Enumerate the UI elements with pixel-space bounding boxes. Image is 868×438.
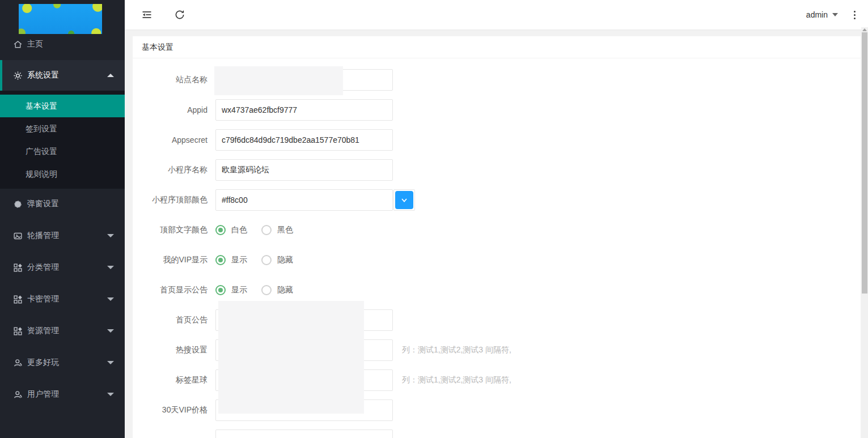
- radio-circle: [215, 255, 226, 265]
- vip-price-label: 30天VIP价格: [133, 405, 215, 415]
- sidebar-item-label: 分类管理: [27, 262, 59, 273]
- hot-search-hint: 列：测试1,测试2,测试3 间隔符,: [402, 345, 511, 355]
- mini-name-label: 小程序名称: [133, 165, 215, 175]
- sidebar: 主页 系统设置 基本设置 签到设置 广告设置 规则说明 弹窗设置: [0, 0, 125, 438]
- topbar: admin: [125, 0, 868, 29]
- notice-show-label: 首页显示公告: [133, 285, 215, 295]
- radio-vip-hide[interactable]: 隐藏: [261, 255, 293, 265]
- chevron-down-icon: [400, 195, 409, 205]
- sidebar-item-label: 资源管理: [27, 326, 59, 336]
- admin-menu[interactable]: admin: [806, 10, 838, 19]
- sidebar-item-more-fun[interactable]: 更多好玩: [0, 347, 125, 379]
- color-picker-button[interactable]: [393, 189, 415, 211]
- gear-icon: [13, 71, 23, 80]
- sidebar-item-popup-settings[interactable]: 弹窗设置: [0, 188, 125, 220]
- radio-vip-show[interactable]: 显示: [215, 255, 247, 265]
- person-icon: [13, 358, 23, 368]
- chevron-down-icon: [107, 361, 114, 364]
- scroll-up-arrow-icon[interactable]: [862, 28, 867, 31]
- hot-search-label: 热搜设置: [133, 345, 215, 355]
- sidebar-item-carousel[interactable]: 轮播管理: [0, 220, 125, 252]
- home-icon: [13, 40, 23, 49]
- top-text-color-label: 顶部文字颜色: [133, 225, 215, 235]
- collapse-sidebar-icon[interactable]: [141, 9, 153, 20]
- radio-circle: [215, 225, 226, 235]
- censored-region: [214, 66, 343, 95]
- chevron-down-icon: [832, 13, 838, 16]
- page-scrollbar[interactable]: [861, 27, 868, 438]
- submenu-item-ad-settings[interactable]: 广告设置: [0, 140, 125, 163]
- sidebar-item-resources[interactable]: 资源管理: [0, 315, 125, 347]
- chevron-down-icon: [107, 297, 114, 301]
- sidebar-item-label: 弹窗设置: [27, 199, 59, 209]
- topbar-right: admin: [806, 0, 868, 29]
- grid-icon: [13, 295, 23, 304]
- censored-region: [218, 301, 364, 414]
- radio-circle: [261, 285, 272, 295]
- form-row: 小程序顶部颜色: [133, 189, 861, 211]
- sidebar-item-home[interactable]: 主页: [0, 33, 125, 56]
- radio-notice-hide[interactable]: 隐藏: [261, 285, 293, 295]
- grid-icon: [13, 326, 23, 336]
- radio-label: 白色: [231, 225, 247, 235]
- radio-notice-show[interactable]: 显示: [215, 285, 247, 295]
- mini-name-input[interactable]: [215, 159, 393, 181]
- refresh-icon[interactable]: [174, 9, 185, 20]
- radio-label: 显示: [231, 285, 247, 295]
- submenu-item-signin-settings[interactable]: 签到设置: [0, 117, 125, 140]
- logo-area: [0, 0, 125, 35]
- sidebar-item-label: 用户管理: [27, 389, 59, 399]
- sidebar-item-label: 系统设置: [27, 70, 59, 80]
- person-icon: [13, 390, 23, 399]
- grid-icon: [13, 263, 23, 273]
- color-swatch: [395, 191, 413, 209]
- sidebar-item-label: 卡密管理: [27, 294, 59, 304]
- form-row: [133, 430, 861, 438]
- radio-circle: [215, 285, 226, 295]
- vip-show-label: 我的VIP显示: [133, 255, 215, 265]
- radio-circle: [261, 255, 272, 265]
- admin-username: admin: [806, 10, 828, 19]
- sidebar-item-label: 轮播管理: [27, 231, 59, 241]
- appsecret-input[interactable]: [215, 129, 393, 151]
- form-row: 首页显示公告 显示 隐藏: [133, 279, 861, 301]
- radio-label: 黑色: [277, 225, 293, 235]
- scrollbar-thumb[interactable]: [862, 32, 867, 294]
- more-options-icon[interactable]: [854, 11, 856, 19]
- chevron-down-icon: [107, 329, 114, 333]
- radio-top-text-white[interactable]: 白色: [215, 225, 247, 235]
- form-row: Appid: [133, 99, 861, 121]
- chevron-down-icon: [107, 234, 114, 237]
- radio-label: 隐藏: [277, 285, 293, 295]
- site-name-label: 站点名称: [133, 75, 215, 85]
- sidebar-item-label: 主页: [27, 39, 43, 49]
- top-color-input[interactable]: [215, 189, 393, 211]
- tag-planet-hint: 列：测试1,测试2,测试3 间隔符,: [402, 375, 511, 385]
- top-color-label: 小程序顶部颜色: [133, 195, 215, 205]
- sidebar-item-category[interactable]: 分类管理: [0, 252, 125, 283]
- submenu-item-rules[interactable]: 规则说明: [0, 163, 125, 185]
- sidebar-item-card-keys[interactable]: 卡密管理: [0, 283, 125, 315]
- app-logo: [19, 4, 102, 34]
- system-settings-submenu: 基本设置 签到设置 广告设置 规则说明: [0, 91, 125, 189]
- sidebar-item-system-settings[interactable]: 系统设置: [0, 60, 125, 91]
- sidebar-item-label: 更多好玩: [27, 358, 59, 368]
- card-title: 基本设置: [133, 36, 861, 58]
- appid-input[interactable]: [215, 99, 393, 121]
- appsecret-label: Appsecret: [133, 135, 215, 144]
- submenu-item-basic-settings[interactable]: 基本设置: [0, 95, 125, 117]
- radio-top-text-black[interactable]: 黑色: [261, 225, 293, 235]
- form-row: 小程序名称: [133, 159, 861, 181]
- circle-icon: [13, 199, 23, 209]
- radio-label: 显示: [231, 255, 247, 265]
- next-field-input[interactable]: [215, 430, 393, 438]
- sidebar-item-user-management[interactable]: 用户管理: [0, 379, 125, 410]
- form-row: 我的VIP显示 显示 隐藏: [133, 249, 861, 271]
- radio-circle: [261, 225, 272, 235]
- chevron-up-icon: [107, 74, 114, 77]
- carousel-icon: [13, 231, 23, 241]
- radio-label: 隐藏: [277, 255, 293, 265]
- chevron-down-icon: [107, 266, 114, 269]
- appid-label: Appid: [133, 105, 215, 114]
- form-row: Appsecret: [133, 129, 861, 151]
